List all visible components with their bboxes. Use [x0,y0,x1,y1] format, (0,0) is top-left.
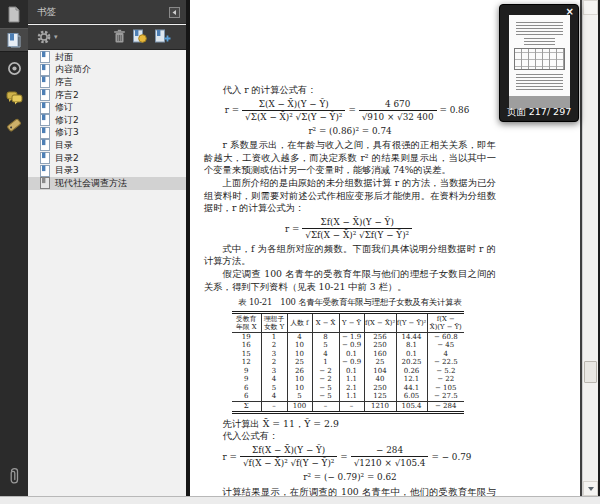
bookmarks-icon[interactable] [0,28,28,52]
bookmark-page-icon [40,139,50,151]
tag-glyph [6,117,22,133]
calc-sub-line: 代入公式有： [204,430,496,443]
bookmarks-list: 封面 内容简介 序言 序言2 修订 修订2 修订3 目录 [28,51,186,496]
formula-r-squared-2: r² = (− 0.79)² = 0.62 [204,471,496,484]
bookmark-orb-icon [132,29,147,44]
bookmark-page-icon [40,102,50,114]
table-header-row: 受教育年限 X 理想子女数 Y 人数 f X − X̄ Y − Ȳ f(X − … [232,312,464,332]
bookmarks-panel-header: 书签 [28,0,186,24]
bookmark-item[interactable]: 目录3 [28,164,186,177]
para-grouped-data: 上面所介绍的是由原始的未分组数据计算 r 的方法，当数据为已分组资料时，则需要对… [204,177,496,215]
col-header: 理想子女数 Y [261,312,287,332]
table-row: 645− 51.11256.05− 27.5 [232,392,464,401]
formula-r-grouped: r =Σf(X − X̄)(Y − Ȳ)√Σf(X − X̄)² √Σf(Y −… [198,217,496,241]
table-row: 6510− 52.125044.1− 105 [232,384,464,393]
page-number-label: 页面 217/ 297 [500,106,578,119]
bookmark-page-icon [40,51,50,63]
page-glyph [7,6,21,23]
page-preview-popup: × 页面 217/ 297 [499,4,579,122]
bookmark-page-icon [40,152,50,164]
page-thumbnails-icon[interactable] [0,2,28,26]
gear-icon [36,29,52,45]
table-row: 162105− 0.92508.1− 45 [232,341,464,350]
formula-r-result: r =Σf(X − X̄)(Y − Ȳ)√f(X − X̄)² √f(Y − Ȳ… [198,445,496,469]
new-bookmark-button[interactable] [154,29,171,44]
bookmarks-panel: 书签 ▾ [28,0,186,496]
attachments-icon[interactable] [0,462,28,490]
trash-icon [113,29,126,44]
gear-caret-icon: ▾ [54,33,58,41]
bookmark-item[interactable]: 修订3 [28,127,186,140]
bookmark-item[interactable]: 修订2 [28,114,186,127]
bookmark-item[interactable]: 封面 [28,51,186,64]
para-correlation: r 系数显示出，在年龄与收入之间，具有很强的正相关关系，即年龄越大，工资收入越多… [204,139,496,177]
formula-r-squared-1: r² = (0.86)² = 0.74 [204,125,496,138]
col-header: f(X −X̄)(Y − Ȳ) [427,312,464,332]
status-bar [0,496,600,504]
table-row: 9410− 21.14012.1− 22 [232,375,464,384]
bookmark-page-icon [40,165,50,177]
col-header: 人数 f [287,312,312,332]
scroll-down-button[interactable] [583,481,598,496]
para-frequency: 式中，f 为各组所对应的频数。下面我们具体说明分组数据时 r 的计算方法。 [204,243,496,268]
thumbnail-text-lines [516,22,563,35]
collapse-glyph [169,7,180,18]
table-row: 1531040.11600.14 [232,350,464,359]
vertical-scrollbar[interactable] [582,0,598,496]
options-gear-button[interactable]: ▾ [36,29,58,45]
arrow-down-icon [588,487,594,491]
comments-glyph [6,91,23,105]
table-sum-row: Σ–100––1210105.4− 284 [232,401,464,412]
panel-collapse-button[interactable] [168,6,180,18]
bookmarks-glyph [6,32,22,48]
table-caption: 表 10-21 100 名青年受教育年限与理想子女数及有关计算表 [204,296,496,309]
left-nav-strip [0,0,28,496]
bookmark-item[interactable]: 修订 [28,101,186,114]
bookmark-plus-icon [154,29,171,44]
bookmark-item[interactable]: 序言2 [28,89,186,102]
para-intro: 代入 r 的计算公式有： [204,84,496,97]
para-survey: 假定调查 100 名青年的受教育年限与他们的理想子女数目之间的关系，得到下列资料… [204,268,496,293]
scrollbar-thumb[interactable] [584,361,597,383]
page-content: 代入 r 的计算公式有： r =Σ(X − X̄)(Y − Ȳ)√Σ(X − X… [204,84,496,496]
table-row: 19148− 1.925614.44− 60.8 [232,332,464,341]
bullseye-glyph [7,61,22,76]
col-header: f(X − X̄)² [364,312,396,332]
thumbnail-table [514,48,565,70]
bookmark-item[interactable]: 内容简介 [28,64,186,77]
set-destination-button[interactable] [132,29,147,44]
col-header: Y − Ȳ [339,312,364,332]
bookmark-page-icon [40,64,50,76]
comments-icon[interactable] [0,86,28,110]
tags-icon[interactable] [0,113,28,137]
bookmark-page-icon [40,177,50,189]
table-row: 9326− 20.11040.26− 5.2 [232,367,464,376]
bookmark-item-selected[interactable]: 现代社会调查方法 [28,177,186,190]
para-result: 计算结果显示，在所调查的 100 名青年中，他们的受教育年限与其理想的子女数目之… [204,486,496,497]
formula-r-ungrouped: r =Σ(X − X̄)(Y − Ȳ)√Σ(X − X̄)² √Σ(Y − Ȳ)… [198,99,496,123]
col-header: X − X̄ [312,312,339,332]
bookmark-page-icon [40,89,50,101]
bookmarks-toolbar: ▾ [28,25,186,50]
delete-bookmark-button[interactable] [113,29,126,44]
bookmark-page-icon [40,127,50,139]
page-thumbnail [509,15,570,96]
col-header: 受教育年限 X [232,312,261,332]
paperclip-glyph [8,465,21,487]
bookmarks-panel-title: 书签 [37,6,56,17]
bookmark-page-icon [40,76,50,88]
table-row: 122251− 0.92520.25− 22.5 [232,358,464,367]
calc-means-line: 先计算出 X̄ = 11，Ȳ = 2.9 [204,418,496,431]
bookmark-item[interactable]: 目录2 [28,152,186,165]
bookmark-item[interactable]: 目录 [28,139,186,152]
bookmark-item[interactable]: 序言 [28,76,186,89]
destinations-icon[interactable] [0,56,28,80]
calculation-table: 受教育年限 X 理想子女数 Y 人数 f X − X̄ Y − Ȳ f(X − … [232,311,464,414]
scroll-up-button[interactable] [583,0,598,15]
bookmark-page-icon [40,114,50,126]
thumbnail-formula-lines [524,38,555,45]
thumbnail-text-lines [516,74,563,90]
col-header: f(Y − Ȳ)² [396,312,427,332]
